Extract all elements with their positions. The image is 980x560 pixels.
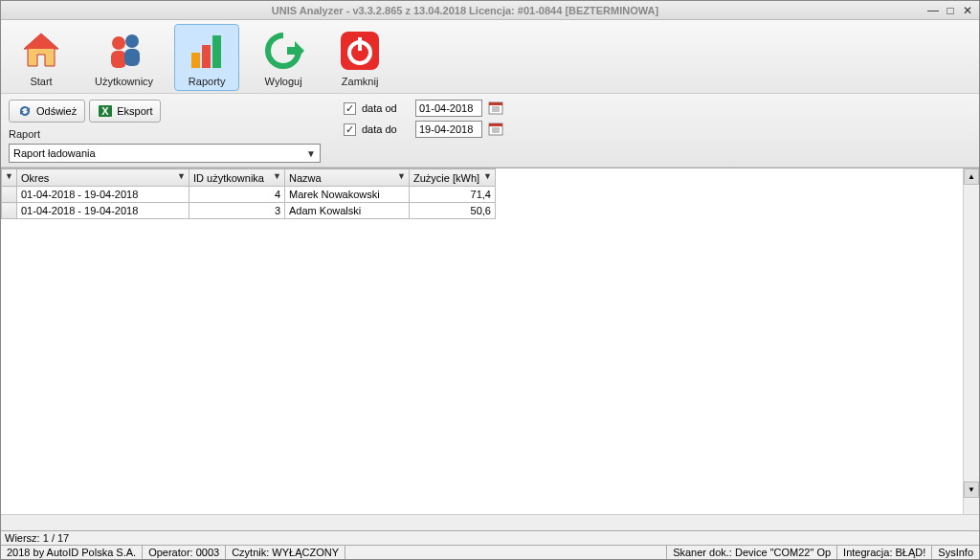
svg-rect-16 [489, 102, 502, 105]
cell-id: 3 [189, 203, 285, 219]
logout-label: Wyloguj [265, 76, 302, 87]
calendar-to-icon[interactable] [488, 122, 503, 137]
sysinfo-cell[interactable]: SysInfo [932, 546, 979, 559]
cell-id: 4 [189, 187, 285, 203]
copyright-cell: 2018 by AutoID Polska S.A. [1, 546, 143, 559]
excel-icon: X [98, 103, 113, 119]
svg-marker-1 [24, 34, 58, 49]
svg-marker-9 [287, 41, 304, 60]
cell-nazwa: Adam Kowalski [285, 203, 410, 219]
reports-label: Raporty [189, 76, 226, 87]
date-from-checkbox[interactable]: ✓ [344, 102, 356, 115]
filter-icon[interactable]: ▼ [177, 171, 186, 181]
status-bar: 2018 by AutoID Polska S.A. Operator: 000… [1, 545, 979, 559]
start-label: Start [30, 76, 52, 87]
col-id[interactable]: ID użytkownika▼ [189, 169, 285, 187]
svg-rect-3 [111, 51, 126, 68]
date-to-input[interactable] [415, 121, 482, 138]
filter-bar: Odśwież X Eksport Raport Raport ładowani… [1, 94, 979, 168]
chart-icon [184, 28, 230, 74]
col-nazwa[interactable]: Nazwa▼ [285, 169, 410, 187]
table-row[interactable]: 01-04-2018 - 19-04-20183Adam Kowalski50,… [2, 203, 496, 219]
report-label: Raport [9, 128, 321, 140]
reader-cell: Czytnik: WYŁĄCZONY [226, 546, 345, 559]
date-to-label: data do [362, 123, 410, 135]
titlebar: UNIS Analyzer - v3.3.2.865 z 13.04.2018 … [1, 1, 979, 20]
users-icon [101, 28, 147, 74]
filter-icon[interactable]: ▼ [483, 171, 492, 181]
close-window-button[interactable]: ✕ [960, 4, 975, 17]
date-from-input[interactable] [415, 100, 482, 117]
row-header-corner[interactable]: ▼ [2, 169, 17, 187]
reports-button[interactable]: Raporty [174, 24, 239, 91]
main-toolbar: Start Użytkownicy Raporty Wyloguj Zamkni… [1, 20, 979, 94]
svg-rect-8 [212, 35, 221, 68]
svg-point-4 [125, 34, 139, 48]
cell-zuzycie: 50,6 [410, 203, 496, 219]
report-value: Raport ładowania [13, 147, 96, 159]
grid-wrap: ▼ Okres▼ ID użytkownika▼ Nazwa▼ Zużycie … [1, 168, 979, 514]
logout-icon [260, 28, 306, 74]
date-from-label: data od [362, 102, 410, 114]
logout-button[interactable]: Wyloguj [251, 24, 316, 91]
table-row[interactable]: 01-04-2018 - 19-04-20184Marek Nowakowski… [2, 187, 496, 203]
dropdown-arrow-icon: ▼ [306, 148, 316, 159]
horizontal-scrollbar[interactable] [1, 514, 979, 530]
svg-point-2 [112, 36, 125, 50]
home-icon [18, 28, 64, 74]
export-label: Eksport [117, 105, 152, 117]
svg-rect-6 [191, 53, 200, 68]
close-label: Zamknij [342, 76, 379, 87]
power-icon [337, 28, 383, 74]
cell-zuzycie: 71,4 [410, 187, 496, 203]
close-button[interactable]: Zamknij [327, 24, 392, 91]
report-dropdown[interactable]: Raport ładowania ▼ [9, 144, 321, 163]
scroll-down-button[interactable]: ▼ [964, 482, 979, 498]
integration-cell: Integracja: BŁĄD! [837, 546, 932, 559]
cell-okres: 01-04-2018 - 19-04-2018 [17, 203, 189, 219]
cell-okres: 01-04-2018 - 19-04-2018 [17, 187, 189, 203]
svg-rect-7 [202, 45, 211, 68]
window-title: UNIS Analyzer - v3.3.2.865 z 13.04.2018 … [5, 5, 925, 16]
filter-icon[interactable]: ▼ [273, 171, 281, 181]
users-button[interactable]: Użytkownicy [85, 24, 163, 91]
refresh-icon [17, 103, 33, 119]
operator-cell: Operator: 0003 [143, 546, 226, 559]
row-header[interactable] [2, 187, 17, 203]
maximize-button[interactable]: □ [943, 4, 958, 17]
col-okres[interactable]: Okres▼ [17, 169, 189, 187]
row-header[interactable] [2, 203, 17, 219]
refresh-button[interactable]: Odśwież [9, 100, 85, 123]
refresh-label: Odśwież [36, 105, 77, 117]
row-status: Wiersz: 1 / 17 [1, 530, 979, 545]
scroll-up-button[interactable]: ▲ [964, 168, 979, 185]
data-grid[interactable]: ▼ Okres▼ ID użytkownika▼ Nazwa▼ Zużycie … [1, 168, 963, 514]
scanner-cell: Skaner dok.: Device "COM22" Op [667, 546, 837, 559]
minimize-button[interactable]: — [925, 4, 941, 17]
date-to-checkbox[interactable]: ✓ [344, 123, 356, 136]
calendar-from-icon[interactable] [488, 101, 503, 116]
users-label: Użytkownicy [95, 76, 153, 87]
svg-rect-5 [124, 49, 140, 66]
svg-rect-12 [358, 37, 362, 51]
export-button[interactable]: X Eksport [89, 100, 161, 123]
svg-rect-21 [489, 123, 502, 126]
status-spacer [345, 546, 667, 559]
start-button[interactable]: Start [9, 24, 74, 91]
col-zuzycie[interactable]: Zużycie [kWh]▼ [410, 169, 496, 187]
svg-text:X: X [102, 105, 110, 117]
filter-icon[interactable]: ▼ [397, 171, 406, 181]
cell-nazwa: Marek Nowakowski [285, 187, 410, 203]
vertical-scrollbar[interactable]: ▲ ▼ [963, 168, 979, 514]
